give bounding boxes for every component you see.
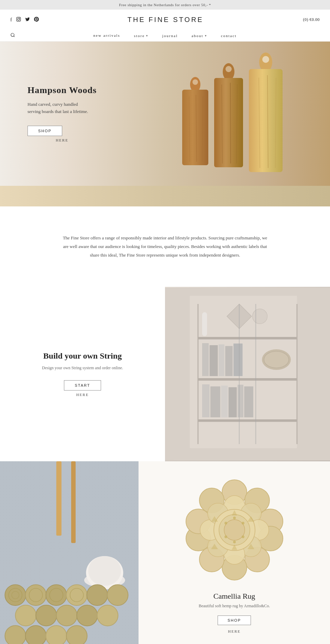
main-nav: new arrivals store ▾ journal about ▾ con… xyxy=(0,30,330,42)
svg-point-60 xyxy=(107,585,128,606)
rug-product: Camellia Rug Beautiful soft hemp rug by … xyxy=(139,461,330,644)
hero-shop-button[interactable]: SHOP xyxy=(28,126,62,136)
header: f THE FINE STORE (0) €0.00 xyxy=(0,10,330,30)
svg-rect-44 xyxy=(238,385,243,417)
svg-point-100 xyxy=(242,535,244,538)
svg-point-3 xyxy=(11,33,14,36)
string-content: Build your own String Design your own St… xyxy=(0,287,165,461)
rug-section: Camellia Rug Beautiful soft hemp rug by … xyxy=(0,461,330,644)
camellia-rug-svg xyxy=(179,475,289,585)
rug-subtitle: Beautiful soft hemp rug by Armadillo&Co. xyxy=(199,603,270,609)
svg-point-1 xyxy=(18,18,20,20)
rug-shop-button[interactable]: SHOP xyxy=(218,615,251,625)
svg-rect-7 xyxy=(182,90,208,165)
string-subtitle: Design your own String system and order … xyxy=(42,365,123,371)
svg-point-64 xyxy=(77,605,98,626)
hero-here-label: HERE xyxy=(28,138,97,142)
svg-rect-50 xyxy=(56,461,62,535)
svg-rect-51 xyxy=(71,461,76,543)
svg-point-67 xyxy=(25,625,46,644)
string-here-label: HERE xyxy=(76,393,89,397)
announcement-bar: Free shipping in the Netherlands for ord… xyxy=(0,0,330,10)
svg-point-97 xyxy=(224,520,245,540)
svg-point-103 xyxy=(224,522,227,524)
string-title: Build your own String xyxy=(43,351,122,361)
svg-rect-19 xyxy=(249,69,283,172)
svg-point-59 xyxy=(87,585,108,606)
svg-point-57 xyxy=(46,585,67,606)
svg-point-62 xyxy=(36,605,57,626)
svg-point-32 xyxy=(252,309,267,324)
string-start-button[interactable]: START xyxy=(64,380,101,391)
svg-rect-0 xyxy=(16,17,21,21)
hero-boards-illustration xyxy=(172,52,309,206)
twitter-icon[interactable] xyxy=(25,17,30,23)
rug-title: Camellia Rug xyxy=(213,592,255,601)
instagram-icon[interactable] xyxy=(16,17,21,23)
social-icons: f xyxy=(10,17,39,23)
svg-rect-41 xyxy=(210,386,220,417)
boards-svg xyxy=(172,52,309,206)
hero-title: Hampson Woods xyxy=(28,85,97,95)
svg-rect-33 xyxy=(202,343,209,376)
pinterest-icon[interactable] xyxy=(34,17,39,23)
camellia-rug-illustration xyxy=(179,475,289,585)
svg-point-55 xyxy=(5,585,26,606)
cart-button[interactable]: (0) €0.00 xyxy=(292,17,320,22)
about-section: The Fine Store offers a range of respons… xyxy=(0,206,330,287)
about-chevron-icon: ▾ xyxy=(205,34,207,37)
hero-subtitle: Hand carved, curvy handled serving board… xyxy=(28,101,97,115)
announcement-text: Free shipping in the Netherlands for ord… xyxy=(119,3,211,7)
svg-rect-36 xyxy=(225,346,233,376)
svg-point-58 xyxy=(66,585,87,606)
svg-point-99 xyxy=(242,522,244,524)
svg-point-61 xyxy=(15,605,36,626)
nav-about[interactable]: about ▾ xyxy=(191,34,207,38)
svg-point-69 xyxy=(66,625,87,644)
svg-rect-42 xyxy=(221,386,228,417)
nav-new-arrivals[interactable]: new arrivals xyxy=(94,33,120,38)
svg-point-39 xyxy=(264,351,289,368)
hero-content: Hampson Woods Hand carved, curvy handled… xyxy=(0,85,97,163)
svg-rect-27 xyxy=(198,337,297,339)
svg-point-101 xyxy=(233,541,236,543)
svg-rect-30 xyxy=(202,312,207,336)
svg-rect-37 xyxy=(233,343,242,376)
nav-contact[interactable]: contact xyxy=(221,34,237,38)
svg-rect-45 xyxy=(244,386,253,417)
rug-here-label: HERE xyxy=(228,629,241,633)
facebook-icon[interactable]: f xyxy=(10,17,12,23)
search-icon[interactable] xyxy=(10,33,15,39)
rug-photo-svg xyxy=(0,461,139,644)
nav-store[interactable]: store ▾ xyxy=(134,34,148,38)
svg-point-56 xyxy=(25,585,46,606)
hero-banner: Hampson Woods Hand carved, curvy handled… xyxy=(0,42,330,206)
svg-point-68 xyxy=(46,625,67,644)
svg-line-4 xyxy=(14,36,15,37)
svg-point-12 xyxy=(226,66,232,72)
string-section: Build your own String Design your own St… xyxy=(0,287,330,461)
rug-photo xyxy=(0,461,139,644)
svg-point-66 xyxy=(5,625,26,644)
svg-rect-40 xyxy=(202,384,210,417)
svg-line-15 xyxy=(230,83,231,163)
svg-point-2 xyxy=(19,18,20,19)
svg-rect-35 xyxy=(219,344,224,376)
svg-rect-29 xyxy=(198,419,297,422)
svg-rect-28 xyxy=(198,378,297,381)
store-chevron-icon: ▾ xyxy=(146,34,148,37)
shelf-svg xyxy=(165,287,330,461)
svg-rect-43 xyxy=(229,387,237,418)
string-image xyxy=(165,287,330,461)
nav-journal[interactable]: journal xyxy=(162,34,178,38)
svg-point-63 xyxy=(56,605,77,626)
svg-point-65 xyxy=(97,605,118,626)
svg-point-102 xyxy=(224,535,227,538)
svg-point-54 xyxy=(88,556,121,586)
svg-rect-34 xyxy=(210,345,218,376)
site-title[interactable]: THE FINE STORE xyxy=(39,16,292,24)
svg-point-98 xyxy=(233,517,236,519)
svg-rect-13 xyxy=(214,78,243,167)
about-description: The Fine Store offers a range of respons… xyxy=(62,234,268,259)
svg-point-18 xyxy=(262,56,269,63)
